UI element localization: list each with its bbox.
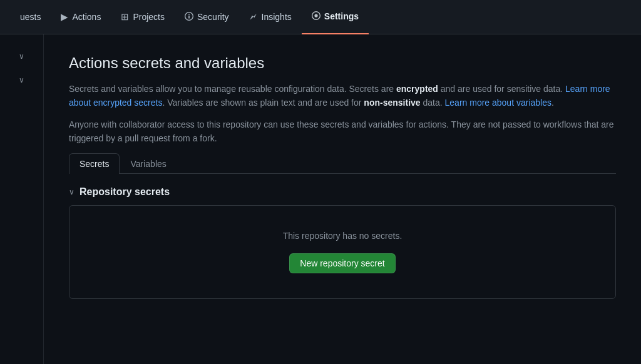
description-1: Secrets and variables allow you to manag… (69, 82, 616, 110)
actions-label: Actions (72, 12, 101, 22)
security-icon (185, 12, 193, 23)
desc1-bold: encrypted (396, 84, 438, 94)
nav-item-requests[interactable]: uests (10, 0, 51, 34)
main-layout: ∨ ∨ Actions secrets and variables Secret… (0, 34, 641, 364)
actions-icon: ▶ (61, 11, 68, 23)
tabs-container: Secrets Variables (69, 153, 616, 174)
desc1-suffix: data. (421, 98, 445, 108)
insights-icon (249, 12, 258, 23)
description-2: Anyone with collaborator access to this … (69, 118, 616, 146)
desc1-mid: and are used for sensitive data. (438, 84, 565, 94)
nav-item-insights[interactable]: Insights (239, 0, 302, 34)
insights-label: Insights (262, 12, 292, 22)
security-label: Security (197, 12, 229, 22)
tab-secrets[interactable]: Secrets (69, 153, 120, 174)
settings-icon (312, 11, 320, 22)
sidebar: ∨ ∨ (0, 34, 44, 364)
tab-variables[interactable]: Variables (120, 153, 177, 174)
secrets-box: This repository has no secrets. New repo… (69, 205, 616, 299)
nav-item-security[interactable]: Security (175, 0, 239, 34)
sidebar-chevron-2[interactable]: ∨ (14, 71, 29, 89)
nav-item-actions[interactable]: ▶ Actions (51, 0, 111, 34)
settings-label: Settings (324, 11, 359, 21)
nav-item-settings[interactable]: Settings (302, 0, 369, 34)
desc1-bold2: non-sensitive (364, 98, 420, 108)
top-nav: uests ▶ Actions ⊞ Projects Security Insi… (0, 0, 641, 34)
page-title: Actions secrets and variables (69, 54, 616, 72)
section-chevron-icon[interactable]: ∨ (69, 188, 74, 196)
new-repository-secret-button[interactable]: New repository secret (289, 253, 395, 273)
projects-icon: ⊞ (121, 11, 129, 23)
link-variables[interactable]: Learn more about variables (445, 98, 551, 108)
desc1-link1-suffix: . Variables are shown as plain text and … (162, 98, 364, 108)
main-content: Actions secrets and variables Secrets an… (44, 34, 641, 364)
projects-label: Projects (133, 12, 165, 22)
section-header: ∨ Repository secrets (69, 186, 616, 198)
desc1-pre: Secrets and variables allow you to manag… (69, 84, 396, 94)
nav-item-projects[interactable]: ⊞ Projects (111, 0, 175, 34)
section-title: Repository secrets (79, 186, 170, 198)
desc1-end: . (551, 98, 554, 108)
empty-message: This repository has no secrets. (283, 231, 403, 241)
requests-label: uests (20, 12, 41, 22)
sidebar-chevron-1[interactable]: ∨ (14, 47, 29, 66)
